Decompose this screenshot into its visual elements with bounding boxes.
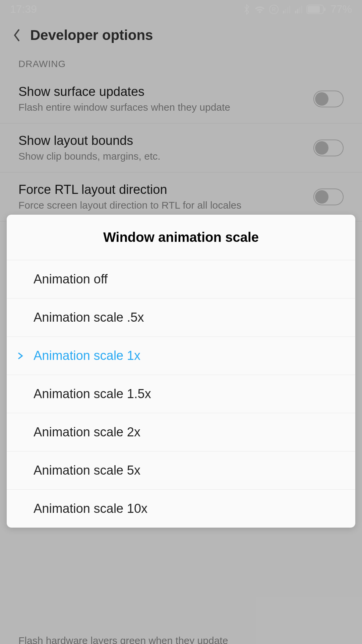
option-animation-off[interactable]: Animation off — [7, 260, 355, 299]
option-scale-10x[interactable]: Animation scale 10x — [7, 490, 355, 528]
option-label: Animation scale 1.5x — [34, 387, 151, 401]
option-label: Animation scale 5x — [34, 463, 140, 477]
selected-check-icon — [17, 351, 23, 361]
option-scale-1x[interactable]: Animation scale 1x — [7, 337, 355, 375]
option-label: Animation scale 2x — [34, 425, 140, 439]
option-label: Animation scale 10x — [34, 501, 147, 516]
option-scale-2x[interactable]: Animation scale 2x — [7, 413, 355, 451]
option-scale-5x[interactable]: Animation scale 5x — [7, 451, 355, 490]
animation-scale-dialog: Window animation scale Animation off Ani… — [7, 215, 355, 528]
option-label: Animation scale .5x — [34, 310, 144, 324]
dialog-header: Window animation scale — [7, 215, 355, 260]
option-label: Animation scale 1x — [34, 348, 140, 363]
option-scale-0-5x[interactable]: Animation scale .5x — [7, 299, 355, 337]
dialog-title: Window animation scale — [13, 230, 349, 245]
option-label: Animation off — [34, 272, 108, 286]
option-scale-1-5x[interactable]: Animation scale 1.5x — [7, 375, 355, 413]
